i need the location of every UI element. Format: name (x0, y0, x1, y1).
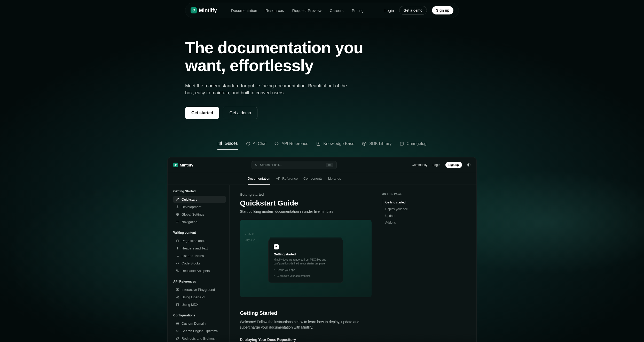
sidebar-item-development[interactable]: Development (173, 203, 226, 211)
code-icon (274, 141, 279, 146)
preview-signup-button[interactable]: Sign up (445, 162, 462, 168)
toc-item-update[interactable]: Update (382, 212, 426, 219)
brand-logo[interactable]: Mintlify (191, 7, 217, 13)
search-shortcut: ⌘K (326, 163, 333, 167)
tab-changelog[interactable]: Changelog (399, 141, 427, 150)
svg-rect-8 (178, 271, 179, 272)
side-heading-api: API References (173, 280, 226, 283)
card-date: July 4, 20 (245, 239, 256, 241)
section-paragraph: Welcome! Follow the instructions below t… (240, 319, 372, 330)
tab-guides[interactable]: Guides (217, 141, 238, 150)
package-icon (362, 141, 367, 146)
svg-point-15 (176, 330, 178, 332)
theme-toggle-icon[interactable] (467, 163, 471, 167)
snippet-icon (176, 269, 179, 272)
file-icon (176, 303, 179, 306)
compass-icon (176, 220, 179, 224)
ptab-documentation[interactable]: Documentation (248, 173, 270, 185)
toc-item-addons[interactable]: Addons (382, 219, 426, 226)
list-icon (399, 141, 404, 146)
svg-point-11 (178, 296, 178, 297)
sidebar-item-custom-domain[interactable]: Custom Domain (173, 320, 226, 327)
ptab-api-reference[interactable]: API Reference (276, 173, 298, 185)
preview-tabs: Documentation API Reference Components L… (168, 173, 476, 185)
sidebar-item-quickstart[interactable]: Quickstart (173, 196, 226, 203)
get-demo-button[interactable]: Get a demo (399, 6, 427, 15)
search-input[interactable]: Search or ask... ⌘K (252, 161, 337, 169)
text-icon (176, 246, 179, 250)
svg-point-10 (176, 297, 177, 297)
preview-sidebar: Getting Started Quickstart Development G… (168, 185, 230, 342)
hero-title: The documentation you want, effortlessly (185, 39, 459, 75)
sidebar-item-code-blocks[interactable]: Code Blocks (173, 260, 226, 267)
search-placeholder: Search or ask... (260, 163, 282, 167)
page-title: Quickstart Guide (240, 199, 372, 207)
svg-point-12 (178, 298, 178, 298)
nav-careers[interactable]: Careers (330, 8, 343, 13)
get-started-button[interactable]: Get started (185, 107, 219, 119)
preview-logo[interactable]: Mintlify (173, 163, 193, 167)
heading-icon (176, 239, 179, 242)
leaf-icon (173, 163, 178, 167)
sidebar-item-seo[interactable]: Search Engine Optimiza... (173, 327, 226, 335)
book-icon (316, 141, 321, 146)
sidebar-item-headers-text[interactable]: Headers and Text (173, 245, 226, 252)
breadcrumb: Getting started (240, 193, 372, 196)
globe-icon (176, 212, 179, 216)
bell-icon (274, 244, 279, 249)
quickstart-hero-card: v1.87.0 July 4, 20 Getting started Mintl… (240, 220, 372, 297)
tab-ai-chat[interactable]: AI Chat (246, 141, 266, 150)
sidebar-item-openapi[interactable]: Using OpenAPI (173, 293, 226, 301)
sidebar-item-mdx[interactable]: Using MDX (173, 301, 226, 308)
search-icon (176, 329, 179, 333)
svg-rect-7 (176, 270, 177, 271)
top-nav: Mintlify Documentation Resources Request… (185, 3, 459, 18)
tab-sdk-library[interactable]: SDK Library (362, 141, 391, 150)
card-step-2: Customize your app branding (274, 275, 338, 277)
card-title: Getting started (274, 253, 338, 256)
sidebar-item-global-settings[interactable]: Global Settings (173, 211, 226, 218)
map-icon (217, 141, 222, 146)
nav-resources[interactable]: Resources (265, 8, 284, 13)
sidebar-item-redirects[interactable]: Redirects and Broken... (173, 335, 226, 342)
nav-pricing[interactable]: Pricing (352, 8, 364, 13)
sidebar-item-playground[interactable]: Interactive Playground (173, 286, 226, 293)
sidebar-item-page-titles[interactable]: Page titles and... (173, 237, 226, 245)
tab-knowledge-base[interactable]: Knowledge Base (316, 141, 354, 150)
ptab-libraries[interactable]: Libraries (328, 173, 341, 185)
nav-request-preview[interactable]: Request Preview (292, 8, 321, 13)
sidebar-item-navigation[interactable]: Navigation (173, 218, 226, 226)
toc-item-deploy[interactable]: Deploy your doc (382, 206, 426, 212)
svg-rect-13 (176, 303, 178, 306)
play-icon (176, 288, 179, 291)
inner-notification-card: Getting started Mintlify docs are render… (268, 239, 343, 283)
card-version: v1.87.0 (245, 233, 256, 235)
toc-item-getting-started[interactable]: Getting started (382, 199, 426, 206)
preview-main: Getting started Quickstart Guide Start b… (230, 185, 476, 342)
ptab-components[interactable]: Components (303, 173, 323, 185)
share-icon (176, 295, 179, 299)
table-of-contents: On this page Getting started Deploy your… (382, 193, 426, 342)
subsection-heading: Deploying Your Docs Repository (240, 338, 372, 342)
svg-point-2 (255, 164, 257, 166)
hero-demo-button[interactable]: Get a demo (223, 107, 257, 119)
nav-documentation[interactable]: Documentation (231, 8, 257, 13)
nav-login[interactable]: Login (384, 8, 394, 13)
code-icon (176, 261, 179, 265)
feature-tabs: Guides AI Chat API Reference Knowledge B… (185, 141, 459, 150)
search-icon (255, 163, 258, 166)
leaf-icon (191, 7, 197, 13)
card-step-1: Set up your app (274, 269, 338, 271)
sidebar-item-reusable-snippets[interactable]: Reusable Snippets (173, 267, 226, 275)
svg-point-4 (177, 206, 178, 207)
chat-icon (246, 141, 250, 146)
sidebar-item-list-tables[interactable]: List and Tables (173, 252, 226, 260)
page-lead: Start building modern documentation in u… (240, 209, 372, 214)
tab-api-reference[interactable]: API Reference (274, 141, 308, 150)
preview-community-link[interactable]: Community (412, 163, 428, 167)
preview-login-link[interactable]: Login (433, 163, 440, 167)
docs-preview-window: Mintlify Search or ask... ⌘K Community L… (167, 157, 477, 342)
signup-button[interactable]: Sign up (432, 6, 453, 14)
nav-links: Documentation Resources Request Preview … (231, 8, 364, 13)
hero-subtitle: Meet the modern standard for public-faci… (185, 82, 350, 96)
